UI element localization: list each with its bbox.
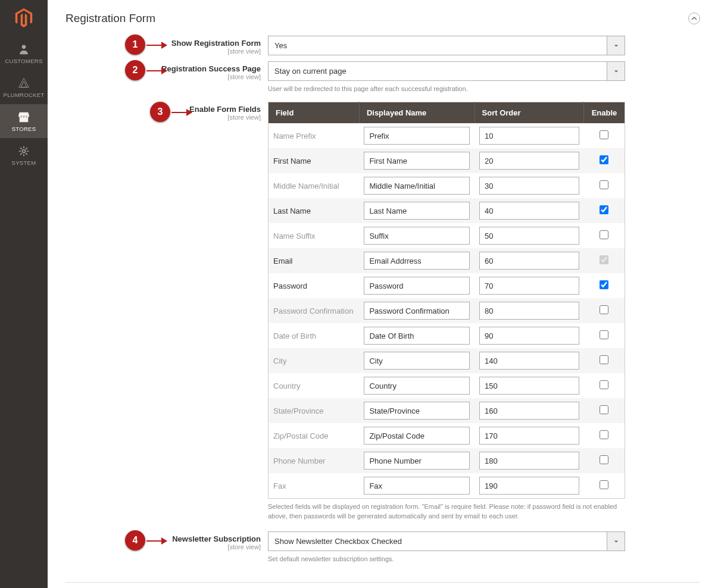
enable-checkbox[interactable] bbox=[600, 430, 608, 439]
table-row: City bbox=[269, 348, 625, 373]
enable-checkbox[interactable] bbox=[600, 180, 608, 189]
select-value: Stay on current page bbox=[274, 67, 346, 76]
sort-order-input[interactable] bbox=[479, 452, 579, 470]
cell-sort-order bbox=[474, 298, 583, 323]
enable-checkbox[interactable] bbox=[600, 130, 608, 139]
sort-order-input[interactable] bbox=[479, 127, 579, 145]
enable-checkbox[interactable] bbox=[600, 480, 608, 489]
cell-displayed-name bbox=[359, 398, 474, 423]
sort-order-input[interactable] bbox=[479, 377, 579, 395]
cell-sort-order bbox=[474, 398, 583, 423]
cell-enable bbox=[584, 373, 625, 398]
sort-order-input[interactable] bbox=[479, 302, 579, 320]
cell-field: Phone Number bbox=[269, 448, 360, 473]
cell-field: Name Prefix bbox=[269, 123, 360, 148]
displayed-name-input[interactable] bbox=[364, 177, 470, 195]
chevron-down-icon bbox=[607, 532, 625, 551]
annotation-badge-1: 1 bbox=[125, 35, 145, 55]
sort-order-input[interactable] bbox=[479, 327, 579, 345]
sort-order-input[interactable] bbox=[479, 352, 579, 370]
sort-order-input[interactable] bbox=[479, 177, 579, 195]
displayed-name-input[interactable] bbox=[364, 402, 470, 420]
cell-sort-order bbox=[474, 273, 583, 298]
svg-rect-1 bbox=[20, 117, 29, 122]
cell-field: Password bbox=[269, 273, 360, 298]
enable-checkbox bbox=[600, 255, 608, 264]
sort-order-input[interactable] bbox=[479, 227, 579, 245]
cell-enable bbox=[584, 123, 625, 148]
displayed-name-input[interactable] bbox=[364, 152, 470, 170]
enable-checkbox[interactable] bbox=[600, 405, 608, 414]
nav-plumrocket[interactable]: PLUMROCKET bbox=[0, 70, 48, 104]
displayed-name-input[interactable] bbox=[364, 127, 470, 145]
displayed-name-input[interactable] bbox=[364, 377, 470, 395]
table-row: State/Province bbox=[269, 398, 625, 423]
cell-field: Email bbox=[269, 248, 360, 273]
main-content: Registration Form 1 Show Registration Fo… bbox=[48, 0, 718, 588]
label-text: Registration Success Page bbox=[161, 64, 261, 73]
cell-sort-order bbox=[474, 448, 583, 473]
success-page-select[interactable]: Stay on current page bbox=[268, 61, 625, 81]
sort-order-input[interactable] bbox=[479, 277, 579, 295]
nav-customers[interactable]: CUSTOMERS bbox=[0, 36, 48, 70]
cell-enable bbox=[584, 423, 625, 448]
cell-enable bbox=[584, 348, 625, 373]
sort-order-input[interactable] bbox=[479, 402, 579, 420]
enable-checkbox[interactable] bbox=[600, 280, 608, 289]
cell-enable bbox=[584, 148, 625, 173]
show-registration-select[interactable]: Yes bbox=[268, 36, 625, 55]
displayed-name-input[interactable] bbox=[364, 477, 470, 495]
th-sort-order: Sort Order bbox=[474, 102, 583, 124]
th-displayed-name: Displayed Name bbox=[359, 102, 474, 124]
sort-order-input[interactable] bbox=[479, 477, 579, 495]
cell-enable bbox=[584, 198, 625, 223]
cell-displayed-name bbox=[359, 123, 474, 148]
svg-point-2 bbox=[23, 150, 26, 153]
cell-displayed-name bbox=[359, 223, 474, 248]
enable-checkbox[interactable] bbox=[600, 380, 608, 389]
sort-order-input[interactable] bbox=[479, 252, 579, 270]
sort-order-input[interactable] bbox=[479, 152, 579, 170]
select-value: Show Newsletter Checkbox Checked bbox=[274, 537, 402, 546]
sort-order-input[interactable] bbox=[479, 427, 579, 445]
cell-field: Date of Birth bbox=[269, 323, 360, 348]
nav-system[interactable]: SYSTEM bbox=[0, 138, 48, 172]
table-row: Password bbox=[269, 273, 625, 298]
enable-checkbox[interactable] bbox=[600, 455, 608, 464]
cell-sort-order bbox=[474, 223, 583, 248]
displayed-name-input[interactable] bbox=[364, 202, 470, 220]
displayed-name-input[interactable] bbox=[364, 327, 470, 345]
displayed-name-input[interactable] bbox=[364, 227, 470, 245]
table-row: Password Confirmation bbox=[269, 298, 625, 323]
th-field: Field bbox=[269, 102, 360, 124]
gear-icon bbox=[18, 145, 30, 157]
svg-point-0 bbox=[22, 45, 26, 49]
enable-checkbox[interactable] bbox=[600, 305, 608, 314]
table-row: Email bbox=[269, 248, 625, 273]
cell-field: City bbox=[269, 348, 360, 373]
table-header-row: Field Displayed Name Sort Order Enable bbox=[269, 102, 625, 124]
cell-field: State/Province bbox=[269, 398, 360, 423]
enable-checkbox[interactable] bbox=[600, 155, 608, 164]
nav-label: CUSTOMERS bbox=[2, 58, 45, 64]
displayed-name-input[interactable] bbox=[364, 302, 470, 320]
collapse-toggle[interactable] bbox=[688, 12, 700, 24]
enable-checkbox[interactable] bbox=[600, 230, 608, 239]
sort-order-input[interactable] bbox=[479, 202, 579, 220]
cell-sort-order bbox=[474, 348, 583, 373]
displayed-name-input[interactable] bbox=[364, 427, 470, 445]
enable-checkbox[interactable] bbox=[600, 355, 608, 364]
displayed-name-input[interactable] bbox=[364, 352, 470, 370]
cell-enable bbox=[584, 273, 625, 298]
section-title: Registration Form bbox=[65, 12, 155, 25]
displayed-name-input[interactable] bbox=[364, 252, 470, 270]
nav-stores[interactable]: STORES bbox=[0, 104, 48, 138]
displayed-name-input[interactable] bbox=[364, 452, 470, 470]
cell-enable bbox=[584, 448, 625, 473]
row-show-registration: 1 Show Registration Form [store view] Ye… bbox=[65, 36, 700, 55]
newsletter-select[interactable]: Show Newsletter Checkbox Checked bbox=[268, 531, 625, 551]
enable-checkbox[interactable] bbox=[600, 330, 608, 339]
displayed-name-input[interactable] bbox=[364, 277, 470, 295]
enable-checkbox[interactable] bbox=[600, 205, 608, 214]
table-row: Name Suffix bbox=[269, 223, 625, 248]
